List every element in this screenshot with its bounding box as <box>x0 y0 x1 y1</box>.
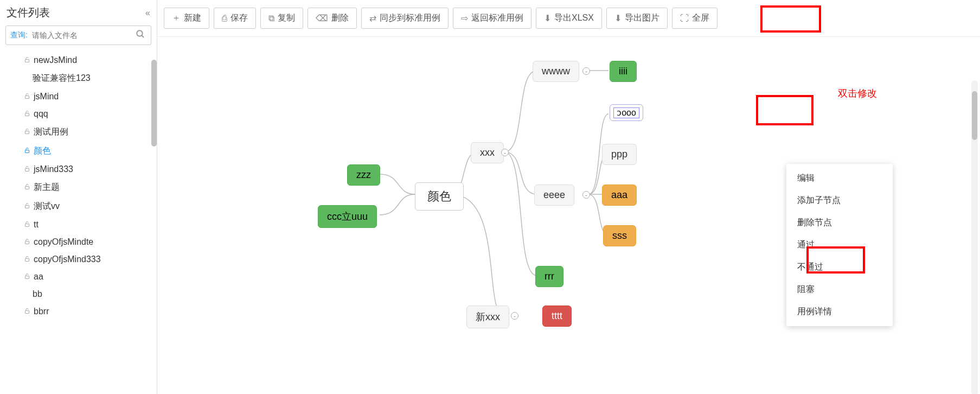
svg-rect-13 <box>25 276 29 278</box>
lock-icon <box>24 110 30 118</box>
collapse-sidebar-icon[interactable]: « <box>145 8 150 18</box>
lock-icon <box>24 183 30 192</box>
fullscreen-label: 全屏 <box>692 12 709 24</box>
file-item[interactable]: bb <box>0 285 157 303</box>
file-item[interactable]: copyOfjsMind333 <box>0 251 157 268</box>
menu-edit[interactable]: 编辑 <box>786 167 893 189</box>
node-oooo-editing[interactable] <box>610 104 643 121</box>
node-zzz[interactable]: zzz <box>347 164 380 186</box>
file-item[interactable]: tt <box>0 216 157 233</box>
svg-rect-12 <box>25 258 29 261</box>
sync-button[interactable]: ⇄同步到标准用例 <box>361 8 449 29</box>
copy-icon: ⧉ <box>268 14 274 23</box>
svg-point-0 <box>137 30 143 36</box>
lock-icon <box>24 256 30 264</box>
file-item-label: qqq <box>34 109 48 119</box>
node-wwww[interactable]: wwww <box>533 61 579 82</box>
collapse-toggle-icon[interactable]: - <box>501 149 509 156</box>
sync-icon: ⇄ <box>369 13 376 23</box>
delete-button[interactable]: ⌫删除 <box>308 8 357 29</box>
node-sss[interactable]: sss <box>603 225 636 246</box>
node-eeee[interactable]: eeee <box>534 185 574 206</box>
node-newxxx[interactable]: 新xxx <box>466 306 509 328</box>
collapse-toggle-icon[interactable]: - <box>582 67 590 75</box>
lock-icon <box>24 128 30 136</box>
node-cccuuu[interactable]: ccc立uuu <box>318 205 377 228</box>
plus-icon: ＋ <box>172 12 181 24</box>
file-item-label: jsMind333 <box>34 164 73 174</box>
toolbar: ＋新建 ⎙保存 ⧉复制 ⌫删除 ⇄同步到标准用例 ⇨返回标准用例 ⬇导出XLSX… <box>157 0 980 37</box>
file-item[interactable]: jsMind333 <box>0 161 157 178</box>
export-image-label: 导出图片 <box>625 12 659 24</box>
file-item-label: aa <box>34 272 43 282</box>
fullscreen-button[interactable]: ⛶全屏 <box>672 8 718 29</box>
menu-delete-node[interactable]: 删除节点 <box>786 212 893 234</box>
node-root[interactable]: 颜色 <box>415 182 464 211</box>
file-item[interactable]: 验证兼容性123 <box>0 69 157 88</box>
file-item[interactable]: jsMind <box>0 88 157 105</box>
menu-fail[interactable]: 不通过 <box>786 256 893 278</box>
file-item-label: copyOfjsMindte <box>34 237 93 247</box>
file-item[interactable]: bbrr <box>0 303 157 320</box>
export-xlsx-button[interactable]: ⬇导出XLSX <box>536 8 602 29</box>
save-icon: ⎙ <box>222 14 227 23</box>
file-item[interactable]: 颜色 <box>0 142 157 161</box>
node-iiii[interactable]: iiii <box>610 61 637 82</box>
svg-rect-4 <box>25 113 29 116</box>
svg-rect-2 <box>25 59 29 62</box>
new-button-label: 新建 <box>184 12 201 24</box>
menu-case-detail[interactable]: 用例详情 <box>786 301 893 323</box>
node-tttt[interactable]: tttt <box>542 306 572 327</box>
collapse-toggle-icon[interactable]: - <box>511 312 518 320</box>
file-item-label: copyOfjsMind333 <box>34 255 101 264</box>
file-item[interactable]: 测试用例 <box>0 123 157 142</box>
file-item[interactable]: 新主题 <box>0 178 157 197</box>
file-item[interactable]: qqq <box>0 105 157 123</box>
download-icon: ⬇ <box>614 13 622 23</box>
file-item-label: bbrr <box>34 307 49 316</box>
file-item[interactable]: copyOfjsMindte <box>0 233 157 251</box>
export-image-button[interactable]: ⬇导出图片 <box>606 8 668 29</box>
lock-icon <box>24 147 30 155</box>
collapse-toggle-icon[interactable]: - <box>582 191 590 199</box>
node-edit-input[interactable] <box>613 107 639 118</box>
new-button[interactable]: ＋新建 <box>164 8 209 29</box>
sidebar-scrollbar[interactable] <box>151 60 157 147</box>
copy-button[interactable]: ⧉复制 <box>260 8 303 29</box>
file-item-label: 验证兼容性123 <box>33 73 91 84</box>
copy-button-label: 复制 <box>278 12 295 24</box>
canvas-scrollbar[interactable] <box>971 80 978 394</box>
scrollbar-thumb[interactable] <box>972 91 977 140</box>
export-xlsx-label: 导出XLSX <box>554 12 594 24</box>
save-button[interactable]: ⎙保存 <box>214 8 256 29</box>
node-aaa[interactable]: aaa <box>602 185 637 206</box>
lock-icon <box>24 56 30 65</box>
svg-rect-7 <box>25 168 29 171</box>
svg-rect-3 <box>25 96 29 98</box>
svg-line-1 <box>142 35 144 37</box>
svg-rect-8 <box>25 187 29 189</box>
menu-pass[interactable]: 通过 <box>786 234 893 256</box>
context-menu: 编辑 添加子节点 删除节点 通过 不通过 阻塞 用例详情 <box>786 164 893 326</box>
annotation-label: 双击修改 <box>838 87 877 100</box>
download-icon: ⬇ <box>544 13 551 23</box>
delete-button-label: 删除 <box>331 12 349 24</box>
lock-icon <box>24 221 30 229</box>
node-ppp[interactable]: ppp <box>602 144 637 165</box>
node-rrr[interactable]: rrr <box>535 266 563 287</box>
file-item[interactable]: 测试vv <box>0 197 157 216</box>
back-button[interactable]: ⇨返回标准用例 <box>453 8 531 29</box>
sidebar: 文件列表 « 查询: newJsMind验证兼容性123jsMindqqq测试用… <box>0 0 157 394</box>
svg-rect-11 <box>25 241 29 244</box>
sidebar-title: 文件列表 <box>7 5 50 20</box>
file-item-label: 新主题 <box>34 182 60 193</box>
search-icon[interactable] <box>130 29 151 42</box>
file-item[interactable]: aa <box>0 268 157 285</box>
svg-rect-9 <box>25 206 29 208</box>
node-xxx[interactable]: xxx <box>471 142 504 163</box>
file-item-label: tt <box>34 220 39 230</box>
menu-add-child[interactable]: 添加子节点 <box>786 189 893 212</box>
menu-block[interactable]: 阻塞 <box>786 278 893 301</box>
search-input[interactable] <box>32 31 130 40</box>
file-item[interactable]: newJsMind <box>0 52 157 69</box>
